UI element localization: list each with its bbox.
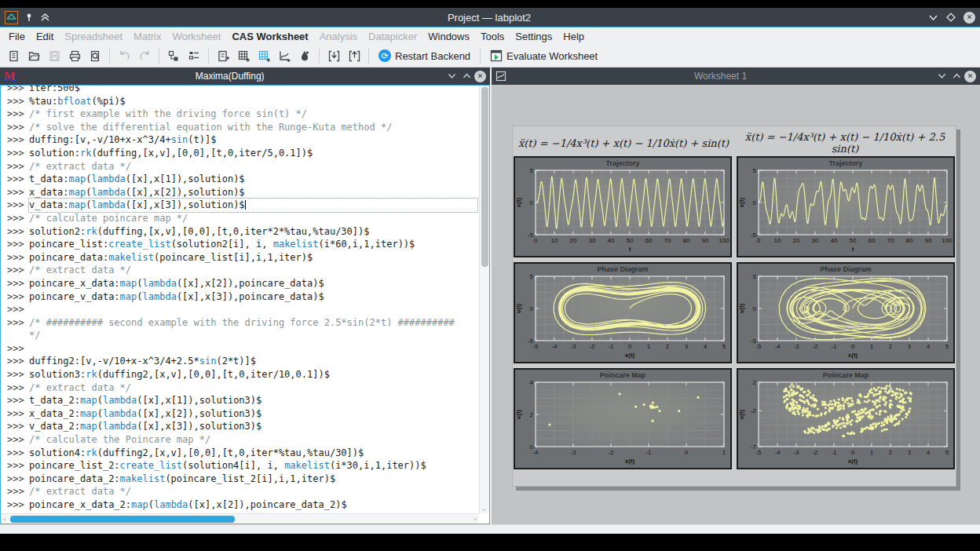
scroll-right-icon[interactable]: › (474, 514, 477, 524)
menu-windows[interactable]: Windows (422, 29, 475, 44)
properties-explorer-button[interactable] (184, 46, 204, 66)
svg-text:x(t): x(t) (738, 197, 745, 207)
cas-code-editor[interactable]: >>>iter:500$>>>%tau:bfloat(%pi)$>>>/* fi… (0, 85, 490, 524)
prompt: >>> (1, 173, 29, 186)
minimize-icon[interactable] (928, 14, 938, 21)
new-document-button[interactable] (3, 46, 24, 66)
maxima-dock-header[interactable]: M Maxima(Duffing) ✕ (0, 68, 490, 85)
scroll-down-icon[interactable]: ⌄ (482, 503, 486, 513)
worksheet-dock: Worksheet 1 ✕ ẍ(t) = −1/4x³(t) + x(t) − … (492, 68, 980, 524)
svg-text:2: 2 (889, 343, 893, 350)
svg-text:2: 2 (666, 343, 670, 350)
code-line: >>>solution2:rk(duffing,[x,v],[0,0],[t,0… (1, 225, 479, 239)
svg-text:0: 0 (851, 449, 855, 456)
code-line: >>>poincare_v_data:map(lambda([x],x[3]),… (1, 290, 479, 304)
project-explorer-icon (167, 49, 181, 63)
svg-text:1: 1 (647, 343, 651, 350)
dock-close-icon[interactable]: ✕ (964, 71, 976, 82)
svg-text:1: 1 (870, 449, 874, 456)
application-window: Project — labplot2 ✕ FileEditSpreadsheet… (0, 8, 980, 534)
worksheet-view[interactable]: ẍ(t) = −1/4x³(t) + x(t) − 1/10ẋ(t) + sin… (492, 85, 980, 524)
toolbar-separator (159, 49, 159, 64)
menu-tools[interactable]: Tools (475, 29, 510, 44)
scroll-left-icon[interactable]: ‹ (2, 514, 6, 524)
svg-text:2: 2 (753, 380, 757, 386)
code-text: poincare_data_2:makelist(poincare_list_2… (29, 473, 477, 486)
open-file-button[interactable] (24, 46, 44, 66)
pin-icon[interactable] (24, 13, 34, 22)
svg-text:-1: -1 (831, 343, 837, 350)
svg-text:60: 60 (645, 237, 653, 244)
prompt: >>> (1, 407, 29, 421)
menu-help[interactable]: Help (558, 29, 590, 44)
equation-label-2[interactable]: ẍ(t) = −1/4x³(t) + x(t) − 1/10ẋ(t) + 2.5… (734, 131, 956, 155)
horizontal-scrollbar[interactable]: ‹ › (1, 513, 479, 524)
prompt: >>> (1, 368, 29, 381)
plot-panel-poincare-map-sin[interactable]: Poincare Map -4-3-2-101024 x(t) v(t) (514, 368, 732, 469)
toolbar-separator (368, 49, 369, 64)
plot-canvas[interactable]: -5-4-3-2-1012345-505 x(t) v(t) (738, 274, 953, 360)
svg-text:50: 50 (850, 237, 857, 244)
svg-text:-4: -4 (551, 343, 558, 350)
svg-text:-1: -1 (831, 449, 837, 456)
new-workbook-button[interactable] (213, 46, 233, 66)
close-icon[interactable]: ✕ (964, 12, 975, 24)
code-text: /* calculate the Poincare map */ (29, 433, 477, 447)
equation-label-1[interactable]: ẍ(t) = −1/4x³(t) + x(t) − 1/10ẋ(t) + sin… (513, 137, 734, 149)
dock-float-icon[interactable] (444, 70, 459, 82)
svg-text:-1: -1 (608, 343, 614, 350)
project-explorer-button[interactable] (163, 46, 184, 66)
plot-panel-poincare-map-2.5sin2t[interactable]: Poincare Map -5-4-3-2-10123452-2-7 x(t) … (737, 368, 955, 469)
menu-cas-worksheet[interactable]: CAS Worksheet (226, 29, 313, 44)
menu-file[interactable]: File (3, 29, 31, 44)
code-text: v_data:map(lambda([x],x[3]),solution)$ (29, 199, 477, 212)
plot-canvas[interactable]: 0102030405060708090100-505 t x(t) (515, 168, 730, 254)
code-line: >>>t_data_2:map(lambda([x],x[1]),solutio… (1, 394, 479, 407)
menubar: FileEditSpreadsheetMatrixWorksheetCAS Wo… (0, 27, 980, 45)
code-line: >>>poincare_list_2:create_list(solution4… (1, 459, 479, 473)
plot-canvas[interactable]: -5-4-3-2-1012345-505 x(t) v(t) (515, 274, 730, 360)
prompt: >>> (1, 303, 29, 316)
dock-close-icon[interactable]: ✕ (474, 71, 486, 82)
import-data-button[interactable] (324, 46, 344, 66)
prompt: >>> (1, 225, 29, 239)
new-matrix-button[interactable] (254, 46, 274, 66)
menu-edit[interactable]: Edit (31, 29, 59, 44)
horizontal-scrollbar-thumb[interactable] (10, 516, 235, 523)
code-text: x_data_2:map(lambda([x],x[2]),solution3)… (29, 407, 477, 421)
evaluate-worksheet-button[interactable]: Evaluate Worksheet (485, 46, 603, 66)
plot-panel-phase-diagram-sin[interactable]: Phase Diagram -5-4-3-2-1012345-505 x(t) … (514, 262, 732, 363)
vertical-scrollbar[interactable]: ⌄ (479, 86, 489, 513)
worksheet-dock-header[interactable]: Worksheet 1 ✕ (492, 68, 980, 85)
worksheet-page[interactable]: ẍ(t) = −1/4x³(t) + x(t) − 1/10ẋ(t) + sin… (512, 126, 956, 487)
export-data-button[interactable] (344, 46, 364, 66)
shade-icon[interactable] (40, 13, 50, 22)
menu-settings[interactable]: Settings (510, 29, 558, 44)
code-line: >>>duffing:[v,-v/10+x-x^3/4+sin(t)]$ (1, 133, 479, 147)
code-line: >>>poincare_x_data:map(lambda([x],x[2]),… (1, 277, 479, 290)
dock-collapse-icon[interactable] (949, 70, 964, 82)
plot-panel-trajectory-sin[interactable]: Trajectory 0102030405060708090100-505 t … (514, 156, 732, 257)
print-preview-button[interactable] (85, 46, 105, 66)
new-worksheet-button[interactable] (274, 46, 294, 66)
svg-text:x(t): x(t) (515, 197, 522, 207)
dock-collapse-icon[interactable] (459, 70, 474, 82)
new-datapicker-button[interactable] (294, 46, 315, 66)
new-spreadsheet-button[interactable] (233, 46, 254, 66)
print-button[interactable] (64, 46, 85, 66)
vertical-scrollbar-thumb[interactable] (481, 87, 488, 267)
maximize-icon[interactable] (946, 13, 956, 22)
svg-text:4: 4 (927, 449, 931, 456)
plot-canvas[interactable]: -5-4-3-2-10123452-2-7 x(t) v(t) (738, 380, 953, 466)
code-text: /* calculate poincare map */ (29, 212, 477, 225)
restart-backend-button[interactable]: ⟳Restart Backend (373, 46, 476, 66)
svg-text:v(t): v(t) (515, 409, 522, 419)
plot-panel-phase-diagram-2.5sin2t[interactable]: Phase Diagram -5-4-3-2-1012345-505 x(t) … (737, 262, 955, 363)
plot-panel-trajectory-2.5sin2t[interactable]: Trajectory 0102030405060708090100-505 t … (737, 156, 955, 257)
plot-canvas[interactable]: 0102030405060708090100-505 t x(t) (738, 168, 953, 254)
code-text: /* extract data */ (29, 264, 477, 277)
titlebar[interactable]: Project — labplot2 ✕ (0, 8, 980, 27)
plot-canvas[interactable]: -4-3-2-101024 x(t) v(t) (515, 380, 730, 466)
dock-float-icon[interactable] (934, 70, 949, 82)
new-matrix-icon (258, 49, 271, 63)
